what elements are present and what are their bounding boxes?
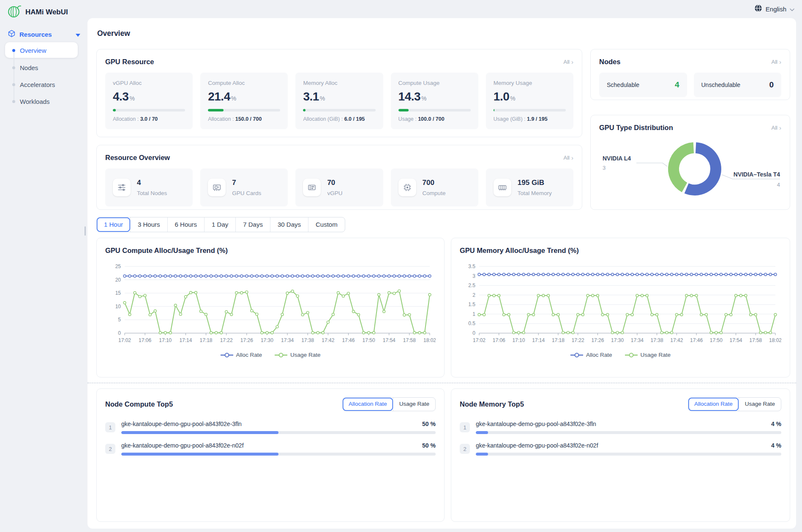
legend-item[interactable]: Usage Rate [625, 352, 671, 358]
resources-box-icon [8, 30, 16, 39]
node-compute-top5-card: Node Compute Top5 Allocation Rate Usage … [96, 388, 445, 522]
schedulable-tile: Schedulable 4 [599, 73, 687, 97]
compute-trend-chart: 051015202517:0217:0617:1017:1417:1817:22… [105, 261, 436, 349]
sidebar-item-accelerators[interactable]: Accelerators [0, 77, 80, 92]
progress-track [398, 109, 471, 111]
svg-text:3: 3 [603, 165, 606, 171]
sidebar-item-nodes[interactable]: Nodes [0, 60, 80, 76]
resource-overview-title: Resource Overview [105, 154, 170, 162]
chevron-right-icon: › [779, 58, 781, 65]
nav-dot-icon [12, 100, 15, 103]
memory-allocation-rate-tab[interactable]: Allocation Rate [688, 398, 739, 411]
time-tab-6-hours[interactable]: 6 Hours [167, 217, 205, 232]
sidebar-item-overview[interactable]: Overview [0, 43, 80, 58]
table-row: 1 gke-kantaloupe-demo-gpu-pool-a843f02e-… [460, 421, 781, 434]
progress-track [113, 109, 185, 111]
svg-text:17:30: 17:30 [261, 337, 273, 343]
svg-text:17:46: 17:46 [690, 337, 703, 343]
progress-track [494, 109, 566, 111]
svg-text:0.5: 0.5 [468, 320, 475, 326]
legend-item[interactable]: Alloc Rate [570, 352, 612, 358]
node-value: 4 % [771, 442, 781, 449]
gpu-resource-all-link[interactable]: All› [564, 58, 573, 65]
svg-text:17:14: 17:14 [179, 337, 192, 343]
svg-text:17:10: 17:10 [159, 337, 172, 343]
sidebar-menu-resources[interactable]: Resources [8, 30, 80, 39]
compute-trend-card: GPU Compute Alloc/Usage Trend (%) 051015… [96, 238, 445, 377]
svg-text:NVIDIA L4: NVIDIA L4 [603, 155, 631, 162]
legend-item[interactable]: Usage Rate [275, 352, 320, 358]
time-tab-7-days[interactable]: 7 Days [235, 217, 270, 232]
rank-badge: 2 [460, 444, 470, 454]
svg-text:17:26: 17:26 [240, 337, 253, 343]
node-name: gke-kantaloupe-demo-gpu-pool-a843f02e-3f… [121, 421, 242, 427]
compute-icon [398, 179, 416, 196]
svg-text:17:22: 17:22 [572, 337, 584, 343]
overview-tile-compute: 700 Compute [391, 168, 478, 206]
gpu-type-donut-chart: NVIDIA L43NVIDIA–Tesla T44 [599, 134, 782, 205]
svg-text:17:10: 17:10 [512, 337, 525, 343]
svg-text:17:34: 17:34 [631, 337, 644, 343]
node-memory-top5-card: Node Memory Top5 Allocation Rate Usage R… [451, 388, 790, 522]
svg-text:15: 15 [115, 290, 121, 296]
svg-text:2: 2 [472, 292, 475, 298]
svg-text:17:38: 17:38 [301, 337, 314, 343]
progress-fill [303, 109, 305, 111]
resource-overview-card: Resource Overview All› 4 [96, 145, 582, 210]
node-compute-top5-title: Node Compute Top5 [105, 400, 173, 408]
overview-tile-vgpu: 70 vGPU [295, 168, 383, 206]
resource-overview-all-link[interactable]: All› [564, 154, 573, 161]
table-row: 2 gke-kantaloupe-demo-gpu-pool-a843f02e-… [105, 442, 436, 456]
svg-text:17:18: 17:18 [552, 337, 565, 343]
chevron-down-icon [790, 5, 794, 13]
vgpu-icon [303, 179, 321, 196]
progress-fill [494, 109, 494, 111]
node-value: 4 % [771, 421, 781, 427]
stat-tile-memory-alloc: Memory Alloc 3.1% Allocation (GiB) : 6.0… [295, 73, 383, 129]
sidebar-item-workloads[interactable]: Workloads [0, 94, 80, 109]
compute-trend-title: GPU Compute Alloc/Usage Trend (%) [105, 247, 436, 255]
compute-top5-toggle: Allocation Rate Usage Rate [342, 397, 436, 411]
bar-fill [121, 431, 278, 434]
svg-text:18:02: 18:02 [769, 337, 781, 343]
unschedulable-tile: Unschedulable 0 [694, 73, 782, 97]
svg-text:17:18: 17:18 [200, 337, 213, 343]
gpu-card-icon [208, 179, 226, 196]
time-tab-3-hours[interactable]: 3 Hours [130, 217, 167, 232]
overview-tile-total-memory: 195 GiB Total Memory [486, 168, 573, 206]
nodes-all-link[interactable]: All› [772, 58, 781, 65]
app-title: HAMi WebUI [25, 8, 68, 16]
compute-usage-rate-tab[interactable]: Usage Rate [393, 398, 435, 411]
memory-trend-card: GPU Memory Alloc/Usage Trend (%) 00.511.… [451, 238, 790, 377]
chevron-right-icon: › [571, 154, 573, 161]
compute-trend-legend[interactable]: Alloc RateUsage Rate [105, 352, 436, 358]
svg-text:3.5: 3.5 [468, 263, 475, 269]
stat-tile-compute-usage: Compute Usage 14.3% Usage : 100.0 / 700 [391, 73, 478, 129]
compute-allocation-rate-tab[interactable]: Allocation Rate [343, 398, 393, 411]
memory-usage-rate-tab[interactable]: Usage Rate [739, 398, 781, 411]
sidebar-resize-handle[interactable] [85, 226, 86, 236]
bar-fill [476, 453, 488, 456]
memory-trend-legend[interactable]: Alloc RateUsage Rate [460, 352, 781, 358]
chevron-right-icon: › [779, 124, 781, 131]
gpu-type-all-link[interactable]: All› [772, 124, 781, 131]
page-title: Overview [97, 29, 130, 38]
svg-text:25: 25 [115, 263, 121, 269]
time-tab-custom[interactable]: Custom [308, 217, 345, 232]
time-tab-1-day[interactable]: 1 Day [204, 217, 235, 232]
nav-dot-icon [12, 83, 15, 86]
bar-track [476, 431, 781, 434]
time-tab-1-hour[interactable]: 1 Hour [97, 217, 130, 232]
progress-track [303, 109, 375, 111]
memory-top5-toggle: Allocation Rate Usage Rate [688, 397, 781, 411]
legend-item[interactable]: Alloc Rate [221, 352, 262, 358]
memory-trend-chart: 00.511.522.533.517:0217:0617:1017:1417:1… [460, 261, 781, 349]
chevron-right-icon: › [571, 58, 573, 65]
stat-tile-compute-alloc: Compute Alloc 21.4% Allocation : 150.0 /… [200, 73, 288, 129]
svg-text:4: 4 [777, 182, 780, 188]
time-tab-30-days[interactable]: 30 Days [270, 217, 308, 232]
language-selector[interactable]: English [754, 4, 794, 14]
bar-track [121, 453, 436, 456]
svg-text:17:54: 17:54 [383, 337, 396, 343]
svg-text:17:02: 17:02 [473, 337, 486, 343]
